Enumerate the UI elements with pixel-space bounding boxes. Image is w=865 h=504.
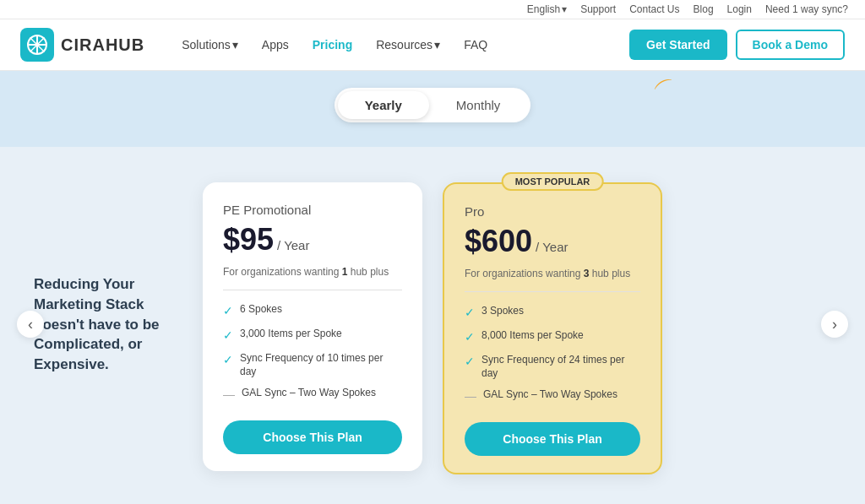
- check-icon: ✓: [465, 354, 475, 371]
- feature-item: ✓ 8,000 Items per Spoke: [465, 328, 640, 346]
- monthly-toggle[interactable]: Monthly: [429, 91, 528, 119]
- prev-arrow-button[interactable]: ‹: [17, 311, 44, 338]
- navbar: CIRAHUB Solutions ▾ Apps Pricing Resourc…: [0, 19, 865, 71]
- choose-plan-pro-button[interactable]: Choose This Plan: [465, 422, 640, 456]
- pricing-nav[interactable]: Pricing: [302, 31, 362, 58]
- support-link[interactable]: Support: [580, 3, 616, 15]
- choose-plan-pe-button[interactable]: Choose This Plan: [223, 420, 402, 454]
- topbar: English ▾ Support Contact Us Blog Login …: [0, 0, 865, 19]
- logo-text: CIRAHUB: [61, 35, 144, 55]
- pricing-card-pe: PE Promotional $95 / Year For organizati…: [203, 182, 422, 470]
- logo[interactable]: CIRAHUB: [20, 28, 144, 62]
- feature-item-disabled: — GAL Sync – Two Way Spokes: [223, 386, 402, 404]
- features-list-pe: ✓ 6 Spokes ✓ 3,000 Items per Spoke ✓ Syn…: [223, 302, 402, 403]
- check-icon: ✓: [223, 328, 233, 344]
- pricing-cards: PE Promotional $95 / Year For organizati…: [179, 157, 686, 490]
- feature-item: ✓ 3 Spokes: [465, 304, 640, 322]
- dash-icon: —: [223, 387, 235, 404]
- contact-us-link[interactable]: Contact Us: [629, 3, 679, 15]
- decoration-arrow: ⌒: [649, 72, 685, 111]
- resources-nav[interactable]: Resources ▾: [366, 31, 450, 58]
- card-title-pro: Pro: [465, 204, 640, 219]
- hero-section: ⌒ Yearly Monthly: [0, 71, 865, 147]
- nav-buttons: Get Started Book a Demo: [629, 30, 845, 60]
- hero-tagline: Reducing Your Marketing Stack doesn't ha…: [34, 274, 186, 375]
- check-icon: ✓: [465, 305, 475, 322]
- one-way-sync-link[interactable]: Need 1 way sync?: [765, 3, 848, 15]
- main-content: Reducing Your Marketing Stack doesn't ha…: [0, 147, 865, 501]
- card-title-pe: PE Promotional: [223, 203, 402, 217]
- card-desc-pe: For organizations wanting 1 hub plus: [223, 266, 402, 290]
- feature-item: ✓ 3,000 Items per Spoke: [223, 327, 402, 344]
- feature-item: ✓ 6 Spokes: [223, 302, 402, 320]
- pricing-card-pro: MOST POPULAR Pro $600 / Year For organiz…: [443, 182, 662, 474]
- faq-nav[interactable]: FAQ: [454, 31, 498, 58]
- logo-icon: [20, 28, 54, 62]
- blog-link[interactable]: Blog: [694, 3, 714, 15]
- dash-icon: —: [465, 388, 476, 405]
- card-price-pro: $600 / Year: [465, 224, 640, 259]
- yearly-toggle[interactable]: Yearly: [338, 91, 429, 119]
- most-popular-badge: MOST POPULAR: [502, 172, 604, 191]
- book-demo-button[interactable]: Book a Demo: [736, 30, 845, 60]
- check-icon: ✓: [465, 329, 475, 346]
- login-link[interactable]: Login: [727, 3, 752, 15]
- get-started-button[interactable]: Get Started: [629, 30, 726, 60]
- feature-item-disabled: — GAL Sync – Two Way Spokes: [465, 387, 640, 405]
- check-icon: ✓: [223, 352, 233, 369]
- card-desc-pro: For organizations wanting 3 hub plus: [465, 268, 640, 292]
- card-price-pe: $95 / Year: [223, 222, 402, 257]
- features-list-pro: ✓ 3 Spokes ✓ 8,000 Items per Spoke ✓ Syn…: [465, 304, 640, 404]
- apps-nav[interactable]: Apps: [252, 31, 299, 58]
- feature-item: ✓ Sync Frequency of 24 times per day: [465, 353, 640, 382]
- language-selector[interactable]: English ▾: [527, 3, 567, 15]
- billing-toggle: Yearly Monthly: [335, 88, 531, 122]
- check-icon: ✓: [223, 303, 233, 320]
- feature-item: ✓ Sync Frequency of 10 times per day: [223, 351, 402, 380]
- solutions-nav[interactable]: Solutions ▾: [171, 31, 248, 58]
- next-arrow-button[interactable]: ›: [821, 311, 848, 338]
- nav-links: Solutions ▾ Apps Pricing Resources ▾ FAQ: [171, 31, 623, 58]
